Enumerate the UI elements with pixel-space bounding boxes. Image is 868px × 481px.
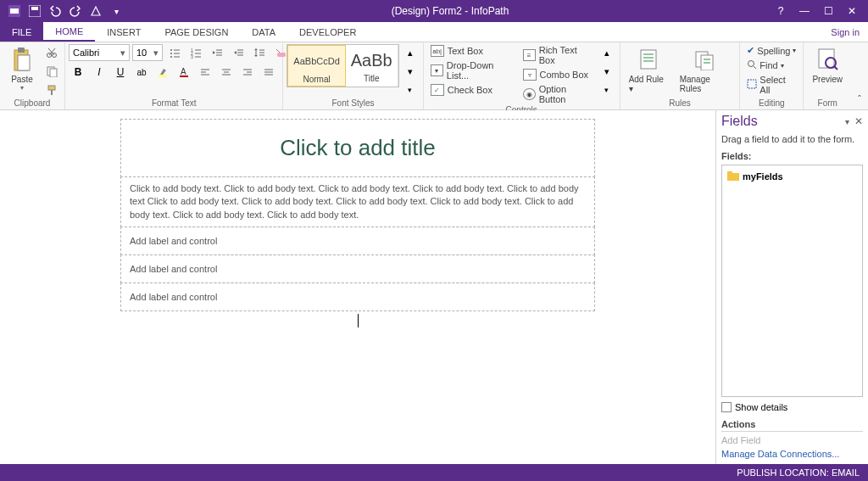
quick-publish-icon[interactable]	[86, 2, 105, 20]
tab-insert[interactable]: INSERT	[95, 22, 153, 42]
show-details-label: Show details	[735, 402, 787, 412]
add-rule-label: Add Rule ▾	[629, 75, 668, 93]
font-size-combo[interactable]: 10▾	[132, 44, 163, 61]
qa-customize-icon[interactable]: ▾	[107, 2, 125, 20]
fields-tree[interactable]: myFields	[721, 165, 863, 397]
app-icon[interactable]	[5, 2, 24, 20]
line-spacing-button[interactable]	[250, 44, 269, 61]
bullets-button[interactable]	[165, 44, 184, 61]
font-name-combo[interactable]: Calibri▾	[69, 44, 130, 61]
svg-rect-57	[696, 52, 708, 67]
style-normal[interactable]: AaBbCcDd Normal	[287, 45, 345, 87]
label-control-row-1[interactable]: Add label and control	[120, 227, 595, 255]
align-center-button[interactable]	[217, 64, 236, 81]
svg-rect-3	[31, 7, 38, 10]
ribbon: Paste ▾ Clipboard Calibri▾ 10▾ 123	[0, 42, 868, 110]
align-left-button[interactable]	[196, 64, 214, 81]
add-rule-button[interactable]: Add Rule ▾	[624, 44, 673, 95]
tab-file[interactable]: FILE	[0, 22, 43, 42]
pane-menu-icon[interactable]: ▾	[845, 117, 849, 126]
controls-down-button[interactable]: ▾	[598, 63, 616, 80]
format-painter-button[interactable]	[42, 81, 61, 98]
svg-point-8	[53, 53, 57, 58]
manage-rules-button[interactable]: Manage Rules	[675, 44, 737, 95]
control-dropdown[interactable]: ▾Drop-Down List...	[427, 59, 518, 81]
control-textbox[interactable]: ab|Text Box	[427, 44, 518, 58]
find-button[interactable]: Find ▾	[743, 59, 799, 72]
controls-gallery-scroller: ▴ ▾ ▾	[598, 44, 616, 98]
group-clipboard: Paste ▾ Clipboard	[0, 42, 65, 109]
svg-point-65	[826, 58, 836, 68]
bold-button[interactable]: B	[69, 64, 87, 81]
italic-button[interactable]: I	[90, 64, 108, 81]
combobox-icon: ▿	[523, 69, 537, 81]
svg-rect-38	[159, 75, 167, 77]
preview-button[interactable]: Preview	[807, 44, 848, 86]
fields-pane-label: Fields:	[716, 149, 868, 163]
gallery-more-button[interactable]: ▾	[401, 81, 420, 98]
svg-rect-58	[701, 55, 713, 70]
select-all-button[interactable]: Select All	[743, 74, 799, 96]
spelling-button[interactable]: ✔Spelling ▾	[743, 44, 799, 57]
group-label-clipboard: Clipboard	[3, 98, 61, 109]
preview-icon	[814, 46, 841, 73]
minimize-button[interactable]: —	[793, 2, 815, 20]
label-control-row-3[interactable]: Add label and control	[120, 282, 595, 311]
group-label-rules: Rules	[624, 98, 737, 109]
tab-data[interactable]: DATA	[240, 22, 287, 42]
body-field[interactable]: Click to add body text. Click to add bod…	[120, 176, 595, 227]
label-control-row-2[interactable]: Add label and control	[120, 254, 595, 283]
control-checkbox[interactable]: ✓Check Box	[427, 83, 518, 97]
checkbox-icon: ✓	[431, 84, 444, 96]
help-icon[interactable]: ?	[770, 2, 792, 20]
decrease-indent-button[interactable]	[208, 44, 226, 61]
control-combobox[interactable]: ▿Combo Box	[520, 68, 596, 81]
tab-home[interactable]: HOME	[43, 22, 95, 42]
copy-button[interactable]	[42, 63, 61, 80]
title-bar: ▾ (Design) Form2 - InfoPath ? — ☐ ✕	[0, 0, 868, 22]
fields-pane-title: Fields	[721, 114, 845, 129]
gallery-down-button[interactable]: ▾	[401, 63, 420, 80]
tab-page-design[interactable]: PAGE DESIGN	[153, 22, 240, 42]
highlight-button[interactable]	[153, 64, 172, 81]
close-button[interactable]: ✕	[841, 2, 863, 20]
gallery-up-button[interactable]: ▴	[401, 44, 420, 61]
control-option[interactable]: ◉Option Button	[520, 83, 596, 105]
tree-root-myfields[interactable]: myFields	[726, 169, 859, 184]
more-font-button[interactable]: ab	[132, 64, 151, 81]
controls-more-button[interactable]: ▾	[598, 81, 616, 98]
controls-up-button[interactable]: ▴	[598, 44, 616, 61]
svg-point-7	[47, 53, 52, 58]
form-canvas[interactable]: Click to add title Click to add body tex…	[120, 119, 595, 327]
paste-button[interactable]: Paste ▾	[3, 44, 41, 93]
group-rules: Add Rule ▾ Manage Rules Rules	[620, 42, 741, 109]
svg-rect-53	[641, 50, 656, 69]
tab-developer[interactable]: DEVELOPER	[287, 22, 368, 42]
underline-button[interactable]: U	[111, 64, 130, 81]
redo-icon[interactable]	[66, 2, 85, 20]
style-title-label: Title	[351, 74, 392, 83]
svg-rect-14	[51, 90, 53, 95]
control-richtext[interactable]: ≡Rich Text Box	[520, 44, 596, 66]
style-title[interactable]: AaBb Title	[346, 45, 398, 87]
increase-indent-button[interactable]	[229, 44, 248, 61]
cut-button[interactable]	[42, 44, 61, 61]
svg-point-19	[170, 56, 172, 58]
window-title: (Design) Form2 - InfoPath	[131, 5, 770, 17]
pane-close-icon[interactable]: ✕	[854, 115, 863, 127]
maximize-button[interactable]: ☐	[817, 2, 839, 20]
sign-in-link[interactable]: Sign in	[822, 22, 868, 42]
label-placeholder-text: Add label and control	[130, 292, 217, 302]
undo-icon[interactable]	[46, 2, 64, 20]
group-label-editing: Editing	[743, 98, 799, 109]
save-icon[interactable]	[25, 2, 44, 20]
collapse-ribbon-button[interactable]: ˆ	[851, 91, 868, 109]
align-right-button[interactable]	[238, 64, 257, 81]
show-details-checkbox-row[interactable]: Show details	[716, 399, 868, 416]
svg-rect-12	[50, 69, 57, 77]
manage-data-connections-link[interactable]: Manage Data Connections...	[721, 447, 863, 461]
align-justify-button[interactable]	[259, 64, 278, 81]
title-field[interactable]: Click to add title	[120, 119, 595, 177]
numbering-button[interactable]: 123	[186, 44, 205, 61]
font-color-button[interactable]: A	[175, 64, 193, 81]
